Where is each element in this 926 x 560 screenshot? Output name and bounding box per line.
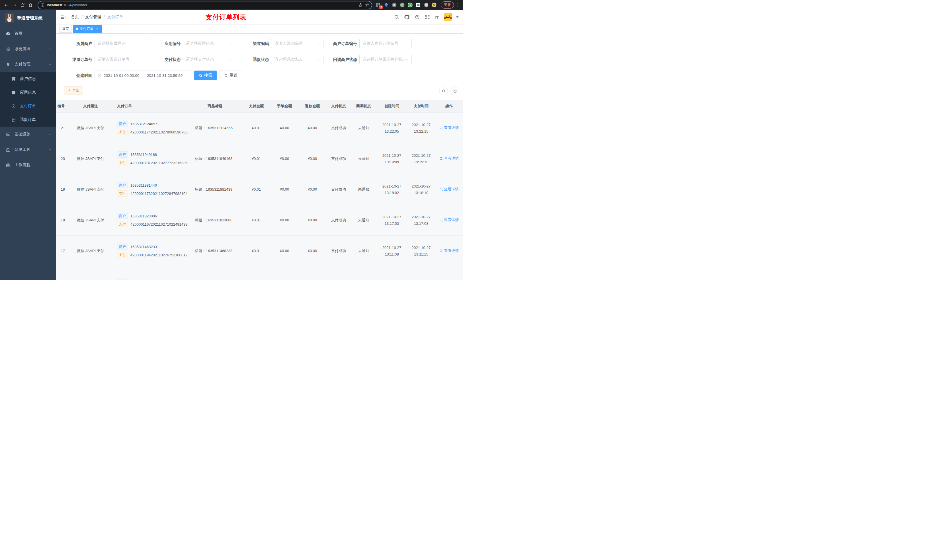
view-detail-label: 查看详情	[444, 125, 459, 130]
sidebar-item-pay-order[interactable]: 支付订单	[0, 99, 56, 113]
extension-record-icon[interactable]	[399, 2, 405, 8]
yen-icon: ¥	[5, 62, 11, 67]
cell-pay-time: 2021-10-2713:19:15	[407, 143, 435, 174]
extension-y-icon[interactable]: y	[407, 2, 413, 8]
reload-icon[interactable]	[19, 2, 26, 9]
filter-input[interactable]: 请选择所属商户	[95, 39, 147, 48]
view-detail-link[interactable]: 查看详情	[439, 217, 459, 222]
cell-id	[56, 266, 67, 280]
bookmark-star-icon[interactable]	[364, 2, 371, 9]
extension-command-icon[interactable]: ⌘	[392, 2, 397, 8]
view-detail-label: 查看详情	[444, 248, 459, 253]
column-header-3: 商品标题	[188, 100, 242, 113]
table-row[interactable]: 21微信 JSAPI 支付商户1635312124657支付4200001174…	[56, 113, 463, 143]
cell-pay-time: 2021-10-2713:22:15	[407, 113, 435, 143]
sidebar-item-system[interactable]: 系统管理	[0, 41, 56, 57]
home-icon[interactable]	[27, 2, 34, 9]
sidebar-item-home[interactable]: 首页	[0, 26, 56, 41]
cell-product-title: 标题：1635311949168	[188, 143, 242, 174]
order-number: 1635311949168	[130, 152, 157, 157]
reset-button[interactable]: 重置	[219, 71, 242, 80]
download-icon	[68, 89, 71, 92]
app-logo	[5, 14, 14, 23]
sidebar-item-infra[interactable]: 基础设施	[0, 127, 56, 142]
cell-notify-status: 未通知	[351, 205, 377, 235]
chevron-down-icon	[228, 58, 232, 61]
extension-kite-icon[interactable]	[384, 2, 389, 8]
github-icon[interactable]	[404, 15, 410, 20]
tag-pay-order[interactable]: 支付订单 ×	[73, 25, 101, 33]
avatar[interactable]	[443, 13, 452, 21]
refresh-button[interactable]	[451, 86, 459, 95]
column-header-4: 支付金额	[242, 100, 271, 113]
sidebar-collapse-icon[interactable]	[61, 14, 67, 20]
browser-update-button[interactable]: 更新	[441, 2, 454, 9]
avatar-caret-icon[interactable]	[456, 16, 459, 18]
sidebar-item-label: 研发工具	[15, 147, 30, 152]
filter-label: 退款状态	[240, 54, 271, 64]
filter-row-1: 所属商户请选择所属商户应用编号请选择应用信息渠道编码请输入渠道编码商户订单编号请…	[64, 39, 463, 48]
extension-chat-icon[interactable]	[415, 2, 421, 8]
column-header-2: 支付订单	[115, 100, 188, 113]
cell-create-time: 2021-10-2713:11:08	[377, 235, 407, 266]
filter-select[interactable]: 请选择订单回调商户状态	[359, 54, 412, 64]
extension-tabs-icon[interactable]: 10	[375, 2, 381, 8]
table-row[interactable]: 18微信 JSAPI 支付商户1635311823086支付4200001167…	[56, 205, 463, 235]
table-row[interactable]: 19微信 JSAPI 支付商户1635311881440支付4200001173…	[56, 174, 463, 205]
search-button[interactable]: 搜索	[194, 71, 217, 80]
sidebar-item-pay[interactable]: ¥支付管理	[0, 57, 56, 72]
cell-pay-status: 支付成功	[326, 143, 351, 174]
cell-pay-amount: ¥0.01	[242, 235, 271, 266]
back-icon[interactable]	[3, 2, 10, 9]
export-button[interactable]: 导出	[64, 86, 83, 95]
date-start[interactable]: 2021-10-01 00:00:00	[104, 73, 139, 78]
breadcrumb-home[interactable]: 首页	[71, 15, 79, 20]
table-row[interactable]: 17微信 JSAPI 支付商户1635311468233支付4200001194…	[56, 235, 463, 266]
create-time-range-input[interactable]: 2021-10-01 00:00:00 - 2021-10-31 23:59:5…	[95, 71, 191, 80]
cell-pay-time: 2021-10-2713:17:08	[407, 205, 435, 235]
sidebar-item-label: 商户信息	[20, 76, 36, 82]
cell-refund-amount: ¥0.00	[298, 235, 326, 266]
info-icon[interactable]	[41, 3, 45, 7]
sidebar-item-dev-tools[interactable]: 研发工具	[0, 142, 56, 157]
help-icon[interactable]	[414, 15, 420, 20]
filter-select[interactable]: 请选择应用信息	[183, 39, 235, 48]
forward-icon[interactable]	[11, 2, 18, 9]
extension-emoji-icon[interactable]	[431, 2, 437, 8]
breadcrumb-pay-order: 支付订单	[107, 15, 123, 20]
filter-input[interactable]: 请输入渠道订单号	[95, 54, 147, 64]
filter-select[interactable]: 请输入渠道编码	[271, 39, 324, 48]
filter-input[interactable]: 请输入商户订单编号	[359, 39, 412, 48]
table-row[interactable]: 20微信 JSAPI 支付商户1635311949168支付4200001181…	[56, 143, 463, 174]
address-bar[interactable]: localhost:1024/pay/order	[38, 1, 372, 9]
date-end[interactable]: 2021-10-31 23:59:59	[147, 73, 183, 78]
fullscreen-icon[interactable]	[425, 15, 430, 20]
tag-close-icon[interactable]: ×	[95, 27, 99, 31]
view-detail-link[interactable]: 查看详情	[439, 156, 459, 161]
filter-select[interactable]: 请选择退款状态	[271, 54, 324, 64]
breadcrumb-pay-management[interactable]: 支付管理	[85, 15, 101, 20]
extensions-puzzle-icon[interactable]	[424, 2, 429, 8]
tag-home[interactable]: 首页	[59, 25, 71, 33]
view-detail-link[interactable]: 查看详情	[439, 248, 459, 253]
sidebar-item-app-info[interactable]: 应用信息	[0, 86, 56, 99]
chevron-down-icon	[48, 133, 51, 136]
search-icon[interactable]	[394, 15, 399, 20]
toggle-search-button[interactable]	[439, 86, 448, 95]
sidebar-item-merchant-info[interactable]: 商户信息	[0, 72, 56, 86]
browser-menu-icon[interactable]	[455, 2, 460, 8]
sidebar-logo-row[interactable]: 芋道管理系统	[0, 10, 56, 26]
font-size-icon[interactable]: TT	[435, 15, 439, 20]
share-icon[interactable]	[357, 2, 364, 9]
create-time-label: 创建时间	[64, 71, 95, 80]
sidebar-item-refund-order[interactable]: 退款订单	[0, 113, 56, 127]
view-detail-link[interactable]: 查看详情	[439, 187, 459, 192]
refresh-icon	[453, 89, 457, 93]
filter-select[interactable]: 请选择支付状态	[183, 54, 235, 64]
toolbox-icon	[5, 147, 11, 152]
sidebar-item-workflow[interactable]: 工作流程	[0, 157, 56, 173]
view-detail-link[interactable]: 查看详情	[439, 125, 459, 130]
table-row[interactable]: 商户1635311054796	[56, 266, 463, 280]
merchant-badge: 商户	[117, 244, 128, 250]
cell-pay-channel: 微信 JSAPI 支付	[67, 174, 115, 205]
